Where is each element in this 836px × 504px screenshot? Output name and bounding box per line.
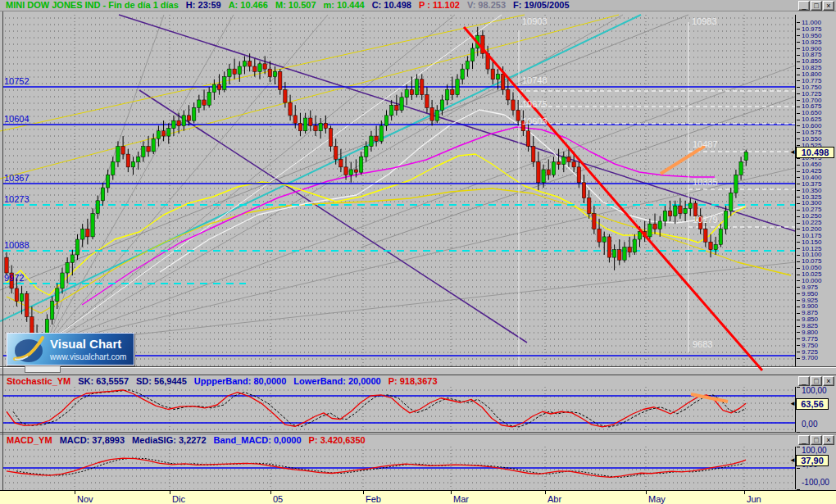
header-segment: P : 11.102: [419, 0, 460, 10]
macd-value-tag: 37,90: [796, 455, 829, 466]
header-segment: M: 10.507: [275, 0, 316, 10]
axis-tick: [797, 55, 800, 56]
axis-tick: [797, 165, 800, 166]
axis-tick: [797, 313, 800, 314]
stochastic-header: Stochastic_YMSK: 63,5557SD: 56,9445Upppe…: [0, 375, 795, 387]
fib-level-label: 10179: [693, 215, 718, 225]
axis-tick: [797, 120, 800, 120]
axis-tick: [797, 93, 800, 94]
header-segment: MACD: 37,8993: [60, 435, 125, 445]
header-segment: V: 98.253: [467, 0, 506, 10]
fib-level-label: 10487: [693, 139, 718, 149]
month-tick: [270, 491, 271, 494]
stoch-close-button[interactable]: ×: [823, 376, 834, 386]
month-tick: [170, 491, 170, 494]
axis-tick: [797, 100, 800, 101]
close-button[interactable]: ×: [823, 1, 834, 11]
stoch-minimize-button[interactable]: _: [798, 376, 810, 386]
left-price-label: 10367: [4, 173, 30, 183]
month-label: Nov: [77, 494, 93, 504]
axis-tick: [797, 332, 800, 333]
axis-tick: [797, 197, 800, 198]
header-segment: H: 23:59: [186, 0, 221, 10]
last-price-tag: 10.498: [796, 147, 834, 158]
macd-axis[interactable]: 100,000,00-100,00: [795, 447, 836, 489]
visual-chart-logo: Visual Chart www.visualchart.com: [7, 333, 134, 366]
stoch-maximize-button[interactable]: □: [811, 376, 822, 386]
macd-maximize-button[interactable]: □: [811, 435, 822, 445]
axis-tick: [797, 42, 800, 43]
maximize-button[interactable]: □: [811, 1, 822, 11]
header-segment: SD: 56,9445: [136, 376, 187, 386]
visual-chart-window: { "window": { "title_segments": [ {"text…: [0, 0, 836, 504]
axis-label: 100,00: [802, 388, 827, 394]
macd-plot[interactable]: [3, 447, 795, 489]
axis-tick: [797, 261, 800, 262]
header-segment: Band_MACD: 0,0000: [214, 435, 302, 445]
header-segment: MINI DOW JONES IND - Fin de día 1 días: [6, 0, 179, 10]
macd-close-button[interactable]: ×: [823, 435, 834, 445]
logo-tab: [25, 366, 61, 373]
axis-label: 100,00: [802, 447, 827, 454]
axis-tick: [797, 87, 800, 88]
axis-tick: [797, 113, 800, 114]
minimize-button[interactable]: _: [798, 1, 810, 11]
axis-tick: [797, 235, 800, 236]
header-segment: SK: 63,5557: [78, 376, 129, 386]
header-segment: MACD_YM: [7, 435, 52, 445]
macd-minimize-button[interactable]: _: [798, 435, 810, 445]
axis-tick: [797, 48, 800, 49]
header-segment: F: 19/05/2005: [513, 0, 570, 10]
axis-tick: [797, 75, 800, 75]
fib-level-label: 9683: [693, 339, 712, 349]
axis-tick: [797, 35, 800, 36]
axis-tick: [797, 320, 800, 320]
header-segment: LowerBand: 20,0000: [293, 376, 380, 386]
axis-label: -100,00: [802, 479, 829, 486]
axis-tick: [797, 145, 800, 146]
fib-level-label: 10903: [522, 16, 547, 26]
axis-tick: [797, 190, 800, 191]
axis-tick: [797, 22, 800, 23]
axis-tick: [797, 280, 800, 281]
axis-tick: [797, 223, 800, 224]
stochastic-plot[interactable]: [3, 387, 795, 432]
axis-tick: [797, 255, 800, 256]
month-tick: [75, 491, 75, 494]
time-axis[interactable]: NovDic05FebMarAbrMayJun: [0, 490, 836, 504]
axis-tick: [797, 352, 800, 352]
axis-tick: [797, 184, 800, 184]
month-label: May: [648, 494, 666, 504]
month-label: Jun: [747, 494, 761, 504]
axis-tick: [797, 68, 800, 69]
axis-tick: [797, 229, 800, 229]
header-segment: C: 10.498: [372, 0, 411, 10]
axis-tick: [797, 300, 800, 301]
axis-tick: [797, 29, 800, 30]
month-label: Dic: [172, 494, 185, 504]
axis-tick: [797, 345, 800, 346]
axis-tick: [797, 326, 800, 327]
header-segment: UppperBand: 80,0000: [194, 376, 286, 386]
fib-level-label: 10748: [522, 75, 547, 85]
axis-tick: [797, 275, 800, 275]
left-price-label: 10752: [4, 76, 30, 86]
header-segment: P: 918,3673: [388, 376, 438, 386]
header-segment: m: 10.444: [324, 0, 365, 10]
logo-swirl-icon: [10, 334, 48, 366]
fib-level-label: 10983: [692, 16, 717, 26]
fib-level-label: 10675: [522, 99, 547, 109]
axis-tick: [797, 107, 800, 107]
axis-tick: [797, 432, 800, 433]
header-segment: A: 10.466: [229, 0, 268, 10]
axis-tick: [797, 242, 800, 243]
main-chart-plot[interactable]: [3, 15, 795, 366]
month-tick: [451, 491, 452, 494]
axis-tick: [797, 210, 800, 211]
window-title-bar[interactable]: MINI DOW JONES IND - Fin de día 1 díasH:…: [0, 0, 836, 11]
axis-tick: [797, 125, 800, 126]
month-label: Abr: [547, 494, 561, 504]
main-price-axis[interactable]: 11.00010.97510.95010.92510.90010.87510.8…: [795, 15, 836, 366]
month-tick: [744, 491, 745, 494]
month-tick: [545, 491, 546, 494]
